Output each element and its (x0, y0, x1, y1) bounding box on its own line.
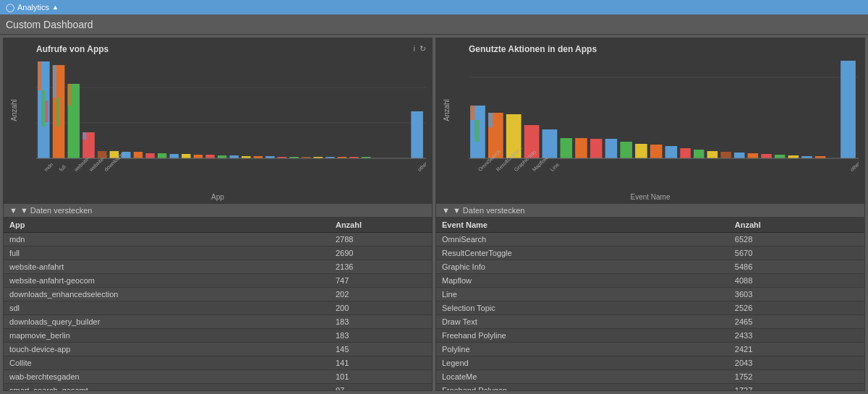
app-name: mdn (4, 233, 330, 247)
event-count: 6528 (729, 233, 864, 247)
refresh-icon[interactable]: ↻ (420, 44, 426, 53)
left-table-body: mdn2788full2690website-anfahrt2136websit… (4, 233, 432, 391)
svg-rect-16 (82, 132, 86, 140)
svg-rect-60 (542, 129, 558, 158)
svg-rect-61 (560, 138, 572, 158)
event-count: 2043 (729, 356, 864, 370)
table-row: touch-device-app145 (4, 343, 432, 356)
table-row: Selection Topic2526 (436, 301, 864, 315)
event-name: Graphic Info (436, 260, 729, 274)
svg-rect-76 (775, 155, 786, 158)
app-count: 202 (330, 288, 432, 301)
event-count: 5486 (729, 260, 864, 274)
svg-rect-23 (170, 154, 179, 158)
app-count: 200 (330, 301, 432, 315)
right-toggle-label: ▼ Daten verstecken (453, 206, 525, 215)
app-name: website-anfahrt-geocom (4, 274, 330, 288)
svg-rect-67 (650, 145, 663, 158)
page-title-bar: Custom Dashboard (0, 14, 868, 35)
svg-rect-20 (134, 152, 142, 158)
app-count: 2690 (330, 247, 432, 260)
svg-text:mdn: mdn (43, 162, 55, 173)
table-row: website-anfahrt-geocom747 (4, 274, 432, 288)
app-count: 2136 (330, 260, 432, 274)
event-name: Legend (436, 356, 729, 370)
table-row: Polyline2421 (436, 343, 864, 356)
event-count: 2421 (729, 343, 864, 356)
right-chart-title: Genutzte Aktionen in den Apps (469, 44, 859, 54)
left-chart-icons[interactable]: i ↻ (414, 44, 426, 53)
analytics-icon: ◯ (6, 3, 14, 12)
event-name: Draw Text (436, 315, 729, 329)
left-toggle-icon: ▼ (9, 206, 17, 215)
analytics-tab[interactable]: ◯ Analytics ▲ (6, 3, 59, 12)
right-table-body: OmniSearch6528ResultCenterToggle5670Grap… (436, 233, 864, 391)
left-x-axis-label: App (211, 193, 224, 201)
event-count: 5670 (729, 247, 864, 260)
event-name: LocateMe (436, 370, 729, 384)
table-row: downloads_query_builder183 (4, 315, 432, 329)
svg-rect-7 (38, 61, 41, 90)
right-toggle-bar[interactable]: ▼ ▼ Daten verstecken (436, 204, 864, 218)
event-count: 3603 (729, 288, 864, 301)
app-name: full (4, 247, 330, 260)
topbar[interactable]: ◯ Analytics ▲ (0, 0, 868, 14)
table-row: Legend2043 (436, 356, 864, 370)
table-row: Freehand Polygon1727 (436, 384, 864, 391)
event-count: 2433 (729, 329, 864, 343)
app-name: downloads_query_builder (4, 315, 330, 329)
table-row: Draw Text2465 (436, 315, 864, 329)
table-row: downloads_enhancedselection202 (4, 288, 432, 301)
svg-rect-52 (841, 61, 856, 158)
svg-rect-66 (635, 144, 647, 158)
svg-rect-28 (229, 155, 238, 158)
app-count: 97 (330, 384, 432, 391)
svg-rect-73 (734, 153, 745, 158)
event-name: Freehand Polyline (436, 329, 729, 343)
right-y-axis-label: Anzahl (441, 38, 452, 182)
svg-text:full: full (58, 164, 67, 173)
event-count: 2526 (729, 301, 864, 315)
app-name: Collite (4, 356, 330, 370)
app-name: wab-berchtesgaden (4, 370, 330, 384)
event-count: 1752 (729, 370, 864, 384)
app-name: mapmovie_berlin (4, 329, 330, 343)
app-name: website-anfahrt (4, 260, 330, 274)
svg-rect-72 (720, 152, 731, 158)
table-row: mdn2788 (4, 233, 432, 247)
left-toggle-bar[interactable]: ▼ ▼ Daten verstecken (4, 204, 432, 218)
table-row: Line3603 (436, 288, 864, 301)
left-col1-header: App (4, 218, 330, 233)
event-name: OmniSearch (436, 233, 729, 247)
svg-text:Line: Line (549, 162, 560, 173)
app-name: sdl (4, 301, 330, 315)
svg-rect-68 (665, 146, 678, 158)
event-count: 2465 (729, 315, 864, 329)
svg-rect-77 (788, 155, 799, 158)
right-table-header: Event Name Anzahl (436, 218, 864, 233)
event-name: ResultCenterToggle (436, 247, 729, 260)
info-icon[interactable]: i (414, 44, 415, 53)
svg-rect-63 (590, 139, 603, 158)
svg-rect-71 (707, 151, 718, 158)
app-count: 747 (330, 274, 432, 288)
svg-rect-62 (575, 138, 587, 158)
event-count: 1727 (729, 384, 864, 391)
event-name: Mapflow (436, 274, 729, 288)
left-chart-area: Aufrufe von Apps i ↻ Anzahl 0 1.000 2.00… (4, 38, 432, 204)
svg-rect-57 (488, 113, 493, 127)
app-name: touch-device-app (4, 343, 330, 356)
left-y-axis-label: Anzahl (8, 38, 20, 182)
right-table: Event Name Anzahl OmniSearch6528ResultCe… (436, 218, 864, 390)
table-row: wab-berchtesgaden101 (4, 370, 432, 384)
table-row: sdl200 (4, 301, 432, 315)
table-row: LocateMe1752 (436, 370, 864, 384)
table-row: Graphic Info5486 (436, 260, 864, 274)
table-row: smart_search_gesamt97 (4, 384, 432, 391)
left-data-table[interactable]: App Anzahl mdn2788full2690website-anfahr… (4, 218, 432, 390)
right-toggle-icon: ▼ (442, 206, 450, 215)
svg-rect-70 (694, 150, 705, 158)
svg-text:others: others (849, 158, 859, 173)
right-data-table[interactable]: Event Name Anzahl OmniSearch6528ResultCe… (436, 218, 864, 390)
event-name: Line (436, 288, 729, 301)
